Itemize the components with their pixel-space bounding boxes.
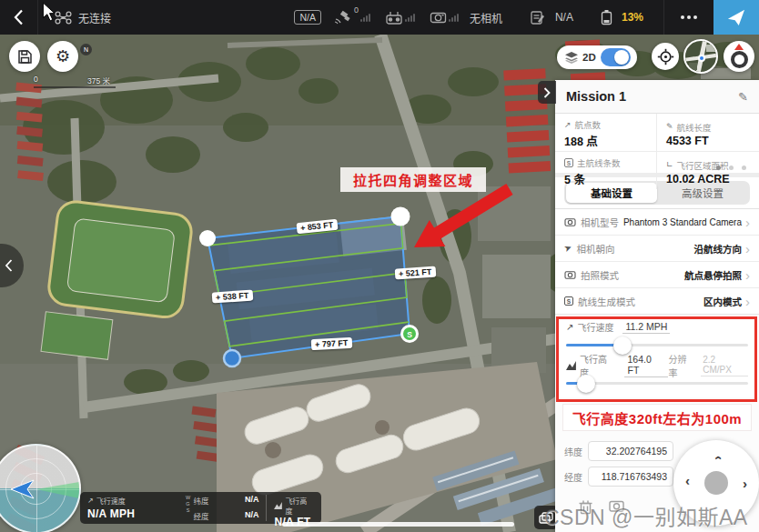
setting-row-photo-mode[interactable]: 拍照模式 航点悬停拍照 ›	[555, 261, 759, 287]
camera-icon	[564, 217, 576, 226]
setting-row-route-mode[interactable]: S 航线生成模式 区内模式 ›	[555, 287, 759, 314]
nudge-up-button[interactable]: ›	[710, 456, 724, 460]
longitude-row: 经度	[564, 467, 673, 487]
connection-status: 无连接	[55, 10, 111, 25]
battery-percent: 13%	[622, 11, 643, 24]
setting-value: Phantom 3 Standard Camera	[623, 217, 742, 227]
camera-status-label: 无相机	[470, 10, 502, 25]
telemetry-speed-value: N/A MPH	[87, 507, 170, 520]
annotation-note: 飞行高度320ft左右为100m	[563, 405, 751, 430]
compass-graphics	[0, 446, 81, 532]
top-bar: 无连接 N/A 0 无相机 N/A	[0, 0, 759, 35]
nudge-center-button[interactable]	[704, 471, 728, 495]
watermark: CSDN @一别如斯AA	[544, 500, 748, 531]
chevron-left-icon	[14, 9, 24, 25]
chevron-left-icon	[5, 259, 13, 272]
gps-mode-badge[interactable]: N/A	[294, 10, 321, 25]
aircraft-arrow	[11, 480, 34, 498]
s-mode-icon: S	[564, 158, 573, 167]
latitude-label: 纬度	[564, 445, 588, 458]
setting-value: 沿航线方向	[694, 242, 743, 256]
toggle-knob	[614, 50, 629, 65]
compass-button[interactable]	[724, 41, 754, 72]
checklist-icon[interactable]	[530, 10, 546, 25]
more-menu-button[interactable]	[663, 0, 697, 35]
pencil-icon: ✎	[666, 123, 673, 131]
compass-north-needle	[734, 44, 744, 50]
mission-title: Mission 1	[566, 89, 626, 104]
save-mission-button[interactable]	[9, 41, 40, 72]
view-mode-label: 2D	[582, 52, 596, 63]
remote-controller-icon	[385, 11, 403, 25]
satellite-icon	[334, 10, 352, 25]
setting-label: 拍照模式	[581, 268, 619, 282]
compass-ring	[731, 51, 748, 68]
stat-area: ∟飞行区域面积 10.02 ACRE	[657, 152, 759, 189]
latitude-row: 纬度	[564, 441, 673, 461]
airplane-icon	[726, 8, 746, 26]
speed-icon: ↗	[87, 497, 94, 505]
telemetry-lat-value: N/A	[245, 495, 259, 506]
nudge-right-button[interactable]: ›	[743, 477, 747, 490]
mission-header: Mission 1 ✎	[555, 80, 759, 114]
heading-wedge	[36, 482, 79, 498]
connection-status-label: 无连接	[78, 10, 111, 25]
edit-mission-button[interactable]: ✎	[738, 90, 748, 104]
telemetry-speed: ↗飞行速度 N/A MPH	[87, 495, 170, 521]
app-screen: S + 853 FT + 521 FT + 538 FT + 797 FT 拉托…	[0, 0, 759, 532]
view-mode-pill: 2D	[557, 45, 637, 69]
longitude-label: 经度	[564, 470, 588, 484]
map-2d-toggle[interactable]	[601, 48, 631, 66]
top-bar-status-cluster: N/A 0 无相机 N/A	[294, 0, 759, 35]
camera-signal-bars	[449, 14, 459, 22]
camera-icon	[564, 270, 576, 279]
telemetry-lng-value: N/A	[245, 510, 259, 521]
setting-label: 相机朝向	[576, 242, 614, 256]
mission-panel: Mission 1 ✎ ↗航点数 188 点 ✎航线长度 4533 FT S主航…	[555, 80, 759, 532]
camera-icon	[430, 11, 447, 24]
panel-collapse-handle[interactable]	[538, 81, 556, 104]
map-settings-button[interactable]: ⚙	[47, 41, 78, 72]
rc-signal-bars	[405, 14, 415, 22]
stat-route-length: ✎航线长度 4533 FT	[657, 114, 759, 152]
back-button[interactable]	[0, 0, 38, 35]
locate-icon	[657, 48, 674, 65]
s-mode-icon: S	[564, 296, 573, 306]
telemetry-alt-label: 飞行高度	[285, 496, 314, 516]
stat-value: 188 点	[564, 132, 649, 149]
setting-label: 航线生成模式	[578, 295, 635, 308]
chevron-right-icon: ›	[745, 295, 750, 308]
takeoff-button[interactable]	[713, 0, 759, 35]
stats-pager-dots[interactable]	[716, 166, 746, 170]
setting-row-camera-heading[interactable]: ➤ 相机朝向 沿航线方向 ›	[555, 235, 759, 261]
longitude-input[interactable]	[588, 467, 673, 487]
checklist-status: N/A	[555, 11, 573, 24]
nudge-left-button[interactable]: ›	[685, 477, 690, 490]
edge-length-label-bottom: + 797 FT	[311, 337, 353, 350]
mouse-cursor	[42, 2, 56, 22]
latitude-input[interactable]	[588, 441, 673, 461]
setting-row-camera-model[interactable]: 相机型号 Phantom 3 Standard Camera ›	[555, 208, 759, 235]
minimap-location-dot	[698, 55, 705, 62]
save-icon	[17, 49, 33, 65]
telemetry-altitude: 飞行高度 N/A FT	[274, 495, 314, 521]
stat-waypoints: ↗航点数 188 点	[555, 114, 657, 152]
stat-label: 主航线条数	[577, 156, 621, 169]
telemetry-lng-label: 经度	[193, 510, 208, 521]
setting-value: 航点悬停拍照	[684, 268, 742, 282]
stat-value: 5 条	[564, 170, 649, 187]
chevron-right-icon	[543, 87, 551, 98]
altitude-icon	[274, 502, 282, 509]
battery-icon[interactable]	[601, 9, 612, 25]
telemetry-bar: ↗飞行速度 N/A MPH WGS 纬度N/A 经度N/A 飞行高度 N/A F…	[80, 492, 321, 524]
home-indicator[interactable]	[282, 522, 514, 527]
locate-button[interactable]	[652, 43, 679, 70]
satellite-count: 0	[354, 5, 359, 15]
annotation-drag-hint: 拉托四角调整区域	[340, 167, 486, 192]
chevron-right-icon: ›	[745, 242, 750, 256]
layers-icon	[565, 52, 578, 64]
satellite-signal-bars	[360, 14, 370, 22]
waypoint-icon: ↗	[564, 121, 572, 129]
minimap-block	[706, 45, 715, 52]
minimap-button[interactable]	[683, 39, 718, 74]
